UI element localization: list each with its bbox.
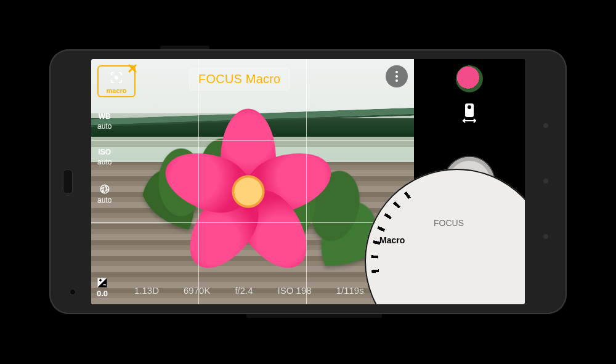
iso-label: ISO	[98, 148, 111, 156]
nav-dot	[543, 234, 548, 239]
white-balance-label: WB	[99, 112, 111, 121]
controls-panel: Macro FOCUS	[414, 59, 525, 304]
more-menu-button[interactable]	[386, 65, 408, 87]
exif-shutter: 1/119s	[336, 285, 364, 296]
screen: macro FOCUS Macro WB auto	[91, 59, 525, 304]
svg-point-6	[468, 105, 471, 109]
phone-volume-button	[246, 314, 382, 318]
exposure-comp-icon	[96, 277, 108, 289]
exif-temp: 6970K	[184, 285, 210, 296]
phone-front-camera	[69, 288, 76, 296]
dial-label-secondary: FOCUS	[434, 218, 464, 228]
focus-dial[interactable]: Macro FOCUS	[365, 169, 525, 304]
aperture-value: auto	[97, 196, 111, 204]
iso-button[interactable]: ISO auto	[97, 148, 111, 166]
exposure-comp-button[interactable]: 0.0	[96, 277, 108, 298]
nav-dot	[543, 123, 548, 128]
focus-mode-label: macro	[99, 87, 134, 94]
svg-point-3	[395, 79, 398, 82]
exif-iso: ISO 198	[278, 285, 312, 296]
phone-frame: macro FOCUS Macro WB auto	[49, 49, 567, 314]
exposure-comp-value: 0.0	[97, 289, 108, 298]
mode-column: WB auto ISO auto a	[97, 112, 111, 204]
gallery-thumbnail[interactable]	[456, 65, 483, 92]
phone-power-button	[160, 46, 209, 49]
dial-label-selected: Macro	[379, 235, 405, 245]
switch-camera-button[interactable]	[461, 102, 478, 123]
more-vertical-icon	[395, 71, 398, 82]
exif-aperture: f/2.4	[235, 285, 253, 296]
iso-value: auto	[97, 158, 111, 166]
dial-face: Macro FOCUS	[365, 169, 525, 304]
close-icon[interactable]	[128, 64, 137, 73]
white-balance-button[interactable]: WB auto	[97, 112, 111, 131]
switch-camera-icon	[461, 102, 478, 123]
svg-point-0	[115, 76, 118, 79]
focus-icon	[109, 70, 124, 85]
svg-point-2	[395, 75, 398, 78]
aperture-button[interactable]: auto	[97, 184, 111, 204]
focus-banner: FOCUS Macro	[189, 68, 290, 91]
aperture-icon	[99, 184, 110, 195]
svg-point-4	[100, 185, 109, 193]
phone-earpiece	[63, 169, 73, 194]
svg-point-1	[395, 71, 398, 73]
white-balance-value: auto	[97, 122, 111, 131]
nav-dot	[543, 179, 548, 184]
focus-mode-chip[interactable]: macro	[97, 65, 136, 97]
exif-distance: 1.13D	[134, 285, 159, 296]
